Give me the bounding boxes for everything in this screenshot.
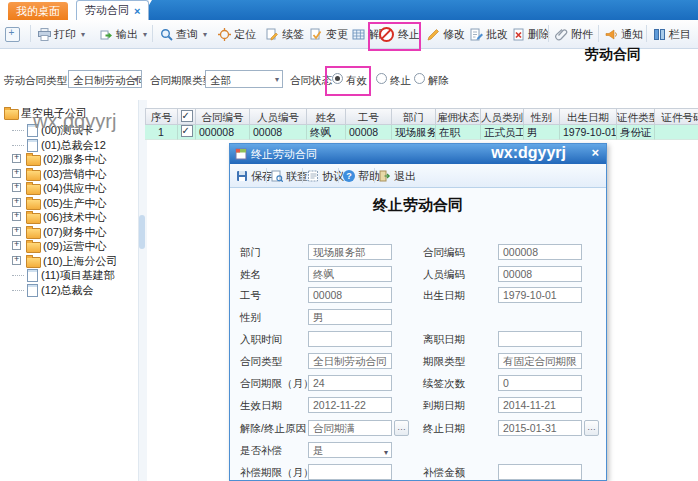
leave-date-field[interactable]: [498, 331, 582, 347]
toolbar-separator: [548, 25, 549, 42]
expand-plus-icon[interactable]: [12, 241, 21, 250]
expand-plus-icon[interactable]: [12, 183, 21, 192]
expand-plus-icon[interactable]: [12, 198, 21, 207]
status-label: 合同状态: [290, 74, 332, 88]
document-icon: [27, 139, 38, 152]
browse-button[interactable]: [394, 420, 409, 436]
new-tab-button[interactable]: [5, 24, 20, 44]
tab-labor-contract[interactable]: 劳动合同 ×: [76, 0, 149, 20]
dialog-watermark: wx:dgyyrj: [491, 144, 566, 162]
compensation-months-field[interactable]: [308, 464, 392, 480]
document-icon: [27, 284, 38, 297]
folder-open-icon: [4, 109, 19, 120]
header-person-no[interactable]: 人员编号: [250, 108, 307, 125]
compensation-amount-field[interactable]: [498, 464, 582, 480]
person-code-field[interactable]: 00008: [498, 266, 582, 282]
expand-plus-icon[interactable]: [12, 169, 21, 178]
header-name[interactable]: 姓名: [307, 108, 346, 125]
terminate-date-field[interactable]: 2015-01-31: [498, 420, 582, 436]
row-checkbox-icon[interactable]: [181, 125, 193, 137]
expiry-date-field[interactable]: 2014-11-21: [498, 397, 582, 413]
form-row: 补偿期限（月） 补偿金额: [230, 464, 606, 481]
terminate-button[interactable]: 终止: [376, 24, 420, 44]
cell-department: 现场服务部: [392, 125, 436, 140]
expand-plus-icon[interactable]: [12, 256, 21, 265]
help-icon: [343, 170, 355, 182]
contract-type-select[interactable]: 全日制劳动合同: [68, 70, 142, 88]
radio-terminated-label: 终止: [390, 74, 411, 88]
print-button[interactable]: 打印: [38, 24, 85, 44]
effective-date-field[interactable]: 2012-11-22: [308, 397, 392, 413]
radio-terminated[interactable]: [376, 73, 387, 84]
notify-button[interactable]: 通知: [605, 24, 643, 44]
save-button[interactable]: 保存: [236, 168, 273, 184]
plus-icon: [5, 27, 20, 42]
radio-valid[interactable]: [332, 73, 343, 84]
expand-plus-icon[interactable]: [12, 212, 21, 221]
dialog-icon: [235, 148, 247, 160]
tree-scrollbar[interactable]: [138, 100, 147, 481]
contract-code-field[interactable]: 000008: [498, 244, 582, 260]
department-field[interactable]: 现场服务部: [308, 244, 392, 260]
compensation-select[interactable]: 是: [308, 442, 392, 458]
dialog-close-icon[interactable]: ×: [591, 146, 599, 160]
columns-icon: [653, 28, 666, 41]
form-row: 姓名 终飒 人员编码 00008: [230, 266, 606, 284]
field-label: 生效日期: [240, 399, 282, 413]
radio-released[interactable]: [414, 73, 425, 84]
header-employment-status[interactable]: 雇佣状态: [436, 108, 481, 125]
term-type-label: 合同期限类型: [150, 74, 213, 88]
header-gender[interactable]: 性别: [524, 108, 560, 125]
header-birth-date[interactable]: 出生日期: [560, 108, 617, 125]
export-button[interactable]: 输出: [100, 24, 147, 44]
term-type-select[interactable]: 全部: [205, 70, 283, 88]
contract-type-field[interactable]: 全日制劳动合同: [308, 353, 392, 369]
header-id-number[interactable]: 证件号码: [655, 108, 698, 125]
approve-button[interactable]: 批改: [470, 24, 508, 44]
printer-icon: [38, 28, 51, 41]
query-button[interactable]: 查询: [160, 24, 207, 44]
cell-checkbox[interactable]: [178, 125, 196, 140]
change-button[interactable]: 变更: [310, 24, 348, 44]
date-picker-button[interactable]: [584, 420, 599, 436]
terminate-reason-field[interactable]: 合同期满: [308, 420, 392, 436]
locate-button[interactable]: 定位: [218, 24, 256, 44]
gender-field[interactable]: 男: [308, 309, 392, 325]
delete-button[interactable]: 删除: [512, 24, 550, 44]
hire-time-field[interactable]: [308, 331, 392, 347]
delete-icon: [512, 28, 525, 41]
header-person-category[interactable]: 人员类别: [481, 108, 524, 125]
renew-button[interactable]: 续签: [266, 24, 304, 44]
expand-plus-icon[interactable]: [12, 227, 21, 236]
header-department[interactable]: 部门: [392, 108, 436, 125]
dialog-titlebar[interactable]: 终止劳动合同 wx:dgyyrj ×: [230, 144, 606, 164]
field-label: 合同期限（月）: [240, 377, 314, 391]
search-icon: [160, 28, 173, 41]
tab-close-icon[interactable]: ×: [134, 5, 140, 17]
save-icon: [236, 170, 248, 182]
exit-button[interactable]: 退出: [379, 168, 416, 184]
expand-plus-icon[interactable]: [12, 154, 21, 163]
tab-my-desktop[interactable]: 我的桌面: [8, 2, 68, 20]
header-checkbox-icon[interactable]: [181, 110, 193, 122]
dialog-toolbar: 保存 联查 协议 帮助 退出: [230, 164, 606, 188]
modify-button[interactable]: 修改: [427, 24, 465, 44]
header-contract-no[interactable]: 合同编号: [196, 108, 250, 125]
header-id-type[interactable]: 证件类型: [617, 108, 655, 125]
header-work-no[interactable]: 工号: [346, 108, 392, 125]
tree-scrollbar-thumb[interactable]: [139, 215, 145, 249]
header-checkbox[interactable]: [178, 108, 196, 125]
columns-button[interactable]: 栏目: [653, 24, 691, 44]
field-label: 补偿期限（月）: [240, 466, 314, 480]
work-no-field[interactable]: 00008: [308, 287, 392, 303]
name-field[interactable]: 终飒: [308, 266, 392, 282]
renewal-count-field[interactable]: 0: [498, 375, 582, 391]
cell-person-category: 正式员工: [481, 125, 524, 140]
cell-person-no: 00008: [250, 125, 307, 140]
term-type-field[interactable]: 有固定合同期限: [498, 353, 582, 369]
header-seq[interactable]: 序号: [145, 108, 178, 125]
contract-months-field[interactable]: 24: [308, 375, 392, 391]
table-row[interactable]: 1 000008 00008 终飒 00008 现场服务部 在职 正式员工 男 …: [145, 125, 698, 140]
birth-date-field[interactable]: 1979-10-01: [498, 287, 582, 303]
attachment-button[interactable]: 附件: [555, 24, 593, 44]
